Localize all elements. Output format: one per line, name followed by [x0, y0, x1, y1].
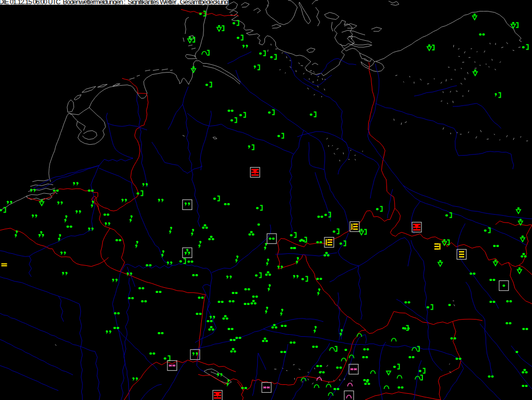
svg-text:DIE 01.12.15 06:00 UTC Bodenw: DIE 01.12.15 06:00 UTC Bodenwettermeldun…: [0, 0, 228, 6]
